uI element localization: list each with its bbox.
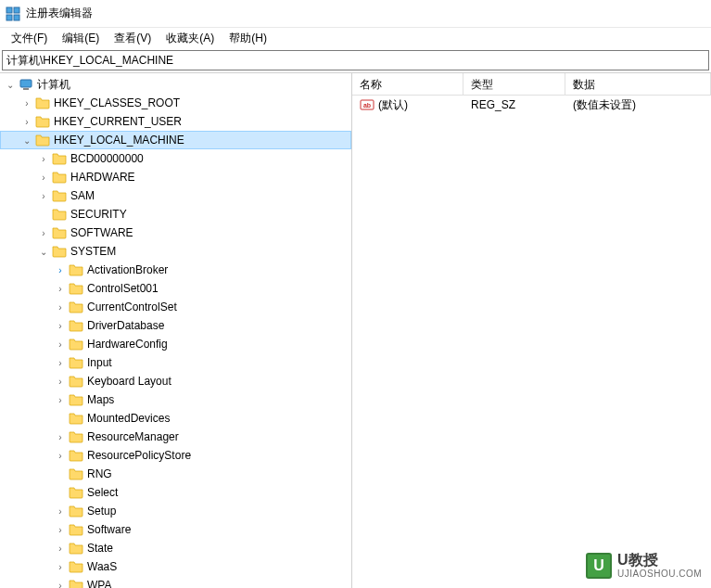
expander-spacer (37, 208, 50, 221)
expander-spacer (54, 467, 67, 480)
folder-icon (69, 300, 83, 314)
computer-icon (19, 77, 33, 92)
tree-key-Maps[interactable]: ›Maps (0, 390, 351, 409)
chevron-right-icon[interactable]: › (54, 319, 67, 332)
tree-label: Keyboard Layout (87, 375, 171, 388)
chevron-right-icon[interactable]: › (54, 579, 67, 588)
chevron-down-icon[interactable]: ⌄ (37, 245, 50, 258)
tree-key-HardwareConfig[interactable]: ›HardwareConfig (0, 335, 351, 353)
tree-panel[interactable]: ⌄计算机›HKEY_CLASSES_ROOT›HKEY_CURRENT_USER… (0, 73, 352, 588)
chevron-right-icon[interactable]: › (37, 226, 50, 239)
tree-key-DriverDatabase[interactable]: ›DriverDatabase (0, 316, 351, 335)
tree-label: State (87, 542, 113, 555)
chevron-right-icon[interactable]: › (54, 393, 67, 406)
tree-key-BCD00000000[interactable]: ›BCD00000000 (0, 149, 351, 168)
chevron-right-icon[interactable]: › (54, 282, 67, 295)
folder-icon (69, 504, 83, 518)
tree-label: SAM (70, 189, 95, 202)
tree-key-Keyboard Layout[interactable]: ›Keyboard Layout (0, 372, 351, 390)
folder-icon (35, 114, 50, 129)
menu-edit[interactable]: 编辑(E) (55, 29, 107, 48)
tree-key-SOFTWARE[interactable]: ›SOFTWARE (0, 224, 351, 242)
menubar: 文件(F) 编辑(E) 查看(V) 收藏夹(A) 帮助(H) (0, 28, 711, 48)
folder-icon (69, 485, 83, 500)
folder-icon (69, 318, 83, 333)
folder-icon (35, 133, 50, 147)
tree-label: MountedDevices (87, 412, 170, 425)
chevron-right-icon[interactable]: › (54, 263, 67, 276)
list-header: 名称 类型 数据 (352, 73, 711, 96)
chevron-right-icon[interactable]: › (37, 152, 50, 165)
tree-key-ResourcePolicyStore[interactable]: ›ResourcePolicyStore (0, 446, 351, 465)
folder-icon (69, 355, 83, 370)
chevron-right-icon[interactable]: › (37, 171, 50, 184)
value-name: (默认) (378, 98, 408, 111)
address-bar[interactable]: 计算机\HKEY_LOCAL_MACHINE (2, 50, 709, 70)
svg-rect-1 (14, 7, 19, 13)
tree-key-SAM[interactable]: ›SAM (0, 186, 351, 205)
folder-icon (52, 151, 67, 166)
menu-view[interactable]: 查看(V) (107, 29, 159, 48)
chevron-right-icon[interactable]: › (54, 300, 67, 313)
folder-icon (69, 541, 83, 556)
chevron-right-icon[interactable]: › (20, 115, 33, 128)
col-header-type[interactable]: 类型 (463, 73, 565, 95)
chevron-right-icon[interactable]: › (54, 430, 67, 443)
tree-key-ControlSet001[interactable]: ›ControlSet001 (0, 279, 351, 298)
tree-key-WPA[interactable]: ›WPA (0, 576, 351, 588)
tree-key-MountedDevices[interactable]: MountedDevices (0, 409, 351, 428)
tree-key-RNG[interactable]: RNG (0, 465, 351, 483)
tree-key-Software[interactable]: ›Software (0, 520, 351, 539)
tree-key-Setup[interactable]: ›Setup (0, 502, 351, 520)
chevron-right-icon[interactable]: › (54, 356, 67, 369)
tree-label: Setup (87, 505, 116, 518)
chevron-right-icon[interactable]: › (54, 505, 67, 518)
col-header-data[interactable]: 数据 (565, 73, 711, 95)
chevron-right-icon[interactable]: › (54, 449, 67, 462)
chevron-down-icon[interactable]: ⌄ (20, 134, 33, 147)
chevron-right-icon[interactable]: › (54, 523, 67, 536)
svg-text:ab: ab (363, 102, 371, 109)
col-header-name[interactable]: 名称 (352, 73, 463, 95)
chevron-right-icon[interactable]: › (54, 560, 67, 573)
chevron-right-icon[interactable]: › (37, 189, 50, 202)
chevron-down-icon[interactable]: ⌄ (4, 78, 17, 91)
tree-key-SYSTEM[interactable]: ⌄SYSTEM (0, 242, 351, 261)
tree-root[interactable]: ⌄计算机 (0, 75, 351, 94)
tree-hive-HKEY_LOCAL_MACHINE[interactable]: ⌄HKEY_LOCAL_MACHINE (0, 131, 351, 149)
tree-key-Select[interactable]: Select (0, 483, 351, 502)
tree-key-State[interactable]: ›State (0, 539, 351, 557)
tree-hive-HKEY_CLASSES_ROOT[interactable]: ›HKEY_CLASSES_ROOT (0, 94, 351, 112)
tree-key-HARDWARE[interactable]: ›HARDWARE (0, 168, 351, 186)
chevron-right-icon[interactable]: › (54, 338, 67, 351)
chevron-right-icon[interactable]: › (20, 96, 33, 109)
chevron-right-icon[interactable]: › (54, 375, 67, 388)
menu-favorites[interactable]: 收藏夹(A) (159, 29, 222, 48)
value-data: (数值未设置) (565, 96, 711, 115)
value-row[interactable]: ab(默认)REG_SZ(数值未设置) (352, 96, 711, 114)
list-body[interactable]: ab(默认)REG_SZ(数值未设置) (352, 96, 711, 588)
expander-spacer (54, 486, 67, 499)
tree-key-ResourceManager[interactable]: ›ResourceManager (0, 428, 351, 446)
folder-icon (35, 96, 50, 110)
tree-hive-HKEY_CURRENT_USER[interactable]: ›HKEY_CURRENT_USER (0, 112, 351, 131)
watermark-icon: U (586, 553, 612, 579)
tree-label: HKEY_CLASSES_ROOT (54, 96, 180, 109)
tree-key-SECURITY[interactable]: SECURITY (0, 205, 351, 224)
folder-icon (69, 429, 83, 444)
chevron-right-icon[interactable]: › (54, 542, 67, 555)
tree-key-CurrentControlSet[interactable]: ›CurrentControlSet (0, 298, 351, 316)
menu-file[interactable]: 文件(F) (4, 29, 55, 48)
svg-rect-2 (6, 15, 12, 20)
menu-help[interactable]: 帮助(H) (222, 29, 274, 48)
folder-icon (69, 374, 83, 389)
tree-label: SECURITY (70, 208, 127, 221)
tree-label: HardwareConfig (87, 338, 168, 351)
tree-key-WaaS[interactable]: ›WaaS (0, 557, 351, 576)
watermark-url: UJIAOSHOU.COM (617, 569, 702, 579)
tree-key-Input[interactable]: ›Input (0, 353, 351, 372)
tree-key-ActivationBroker[interactable]: ›ActivationBroker (0, 261, 351, 279)
string-value-icon: ab (360, 97, 375, 112)
tree-label: HKEY_LOCAL_MACHINE (54, 134, 184, 147)
window-title: 注册表编辑器 (26, 6, 93, 21)
